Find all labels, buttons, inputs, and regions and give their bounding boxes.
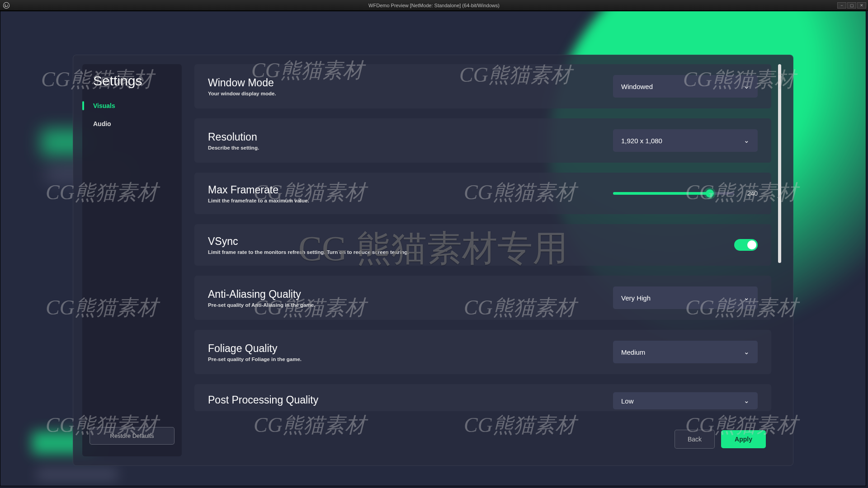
dropdown-value: 1,920 x 1,080 bbox=[621, 137, 662, 145]
unreal-engine-icon bbox=[2, 1, 11, 10]
setting-title: Foliage Quality bbox=[208, 343, 613, 355]
back-button[interactable]: Back bbox=[675, 430, 715, 449]
slider-value: 240 bbox=[742, 190, 758, 197]
game-viewport: Settings Visuals Audio Restore Defaults … bbox=[0, 11, 866, 486]
close-button[interactable]: ✕ bbox=[857, 2, 866, 9]
chevron-down-icon: ⌄ bbox=[744, 82, 750, 90]
setting-row-post-processing: Post Processing Quality Low ⌄ bbox=[194, 384, 771, 411]
setting-title: VSync bbox=[208, 235, 731, 248]
setting-desc: Pre-set quality of Anti-Aliasing in the … bbox=[208, 302, 613, 308]
dropdown-value: Windowed bbox=[621, 83, 653, 90]
minimize-button[interactable]: − bbox=[837, 2, 846, 9]
anti-aliasing-dropdown[interactable]: Very High ⌄ bbox=[613, 286, 758, 309]
setting-title: Max Framerate bbox=[208, 184, 613, 196]
settings-footer: Back Apply bbox=[194, 422, 784, 456]
max-framerate-slider[interactable] bbox=[613, 192, 734, 195]
vsync-toggle[interactable] bbox=[734, 239, 758, 251]
page-title: Settings bbox=[82, 73, 182, 97]
setting-title: Post Processing Quality bbox=[208, 394, 613, 406]
setting-row-max-framerate: Max Framerate Limit the framefrate to a … bbox=[194, 173, 771, 214]
setting-row-vsync: VSync Limit frame rate to the monitors r… bbox=[194, 224, 771, 266]
restore-defaults-button[interactable]: Restore Defaults bbox=[90, 427, 175, 445]
setting-title: Anti-Aliasing Quality bbox=[208, 288, 613, 300]
setting-row-resolution: Resolution Describe the setting. 1,920 x… bbox=[194, 118, 771, 163]
slider-thumb[interactable] bbox=[706, 189, 714, 197]
settings-main: Window Mode Your window display mode. Wi… bbox=[194, 64, 784, 456]
dropdown-value: Very High bbox=[621, 294, 651, 302]
chevron-down-icon: ⌄ bbox=[744, 136, 750, 145]
setting-desc: Your window display mode. bbox=[208, 91, 613, 96]
chevron-down-icon: ⌄ bbox=[744, 294, 750, 302]
dropdown-value: Medium bbox=[621, 348, 645, 356]
chevron-down-icon: ⌄ bbox=[744, 397, 750, 405]
setting-desc: Describe the setting. bbox=[208, 145, 613, 150]
window-titlebar: WFDemo Preview [NetMode: Standalone] (64… bbox=[0, 0, 868, 11]
setting-row-foliage: Foliage Quality Pre-set quality of Folia… bbox=[194, 330, 771, 374]
setting-desc: Limit the framefrate to a maximum value. bbox=[208, 198, 613, 203]
setting-title: Resolution bbox=[208, 131, 613, 143]
apply-button[interactable]: Apply bbox=[721, 430, 766, 448]
settings-panel: Settings Visuals Audio Restore Defaults … bbox=[73, 55, 793, 466]
dropdown-value: Low bbox=[621, 397, 634, 405]
setting-desc: Pre-set quality of Foliage in the game. bbox=[208, 357, 613, 362]
chevron-down-icon: ⌄ bbox=[744, 348, 750, 356]
setting-title: Window Mode bbox=[208, 77, 613, 89]
post-processing-dropdown[interactable]: Low ⌄ bbox=[613, 392, 758, 409]
window-title: WFDemo Preview [NetMode: Standalone] (64… bbox=[368, 3, 500, 8]
slider-fill bbox=[613, 192, 710, 195]
background-decor bbox=[37, 468, 118, 481]
foliage-dropdown[interactable]: Medium ⌄ bbox=[613, 341, 758, 363]
toggle-knob bbox=[747, 240, 756, 249]
svg-point-0 bbox=[3, 2, 9, 8]
setting-row-window-mode: Window Mode Your window display mode. Wi… bbox=[194, 64, 771, 108]
window-mode-dropdown[interactable]: Windowed ⌄ bbox=[613, 75, 758, 98]
maximize-button[interactable]: ▢ bbox=[847, 2, 856, 9]
resolution-dropdown[interactable]: 1,920 x 1,080 ⌄ bbox=[613, 129, 758, 152]
sidebar-item-audio[interactable]: Audio bbox=[82, 115, 182, 133]
scrollbar-thumb[interactable] bbox=[778, 64, 781, 263]
setting-desc: Limit frame rate to the monitors refresh… bbox=[208, 249, 731, 255]
settings-sidebar: Settings Visuals Audio Restore Defaults bbox=[82, 64, 182, 456]
setting-row-anti-aliasing: Anti-Aliasing Quality Pre-set quality of… bbox=[194, 276, 771, 320]
sidebar-item-visuals[interactable]: Visuals bbox=[82, 97, 182, 115]
